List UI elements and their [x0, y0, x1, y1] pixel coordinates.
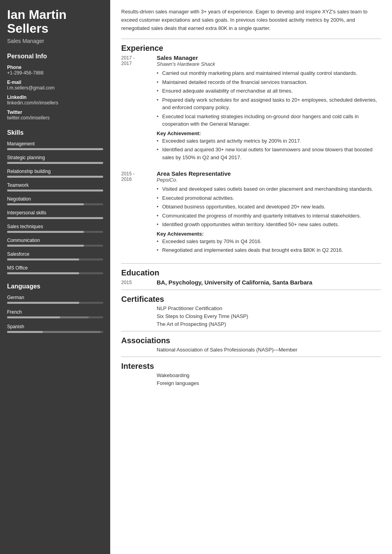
certificates-list: NLP Practitioner CertificationSix Steps …	[121, 305, 381, 327]
skill-name: Negotiation	[7, 196, 103, 202]
experience-section: Experience 2017 -2017 Sales Manager Shaw…	[121, 44, 381, 255]
achievement-item: Identified and acquired 30+ new local ou…	[157, 146, 381, 161]
certificates-heading: Certificates	[121, 295, 381, 304]
edu-degree: BA, Psychology, University of California…	[157, 279, 381, 286]
skill-item: Management	[7, 141, 103, 150]
skill-item: Interpersonal skills	[7, 210, 103, 219]
experience-entry: 2015 -2016 Area Sales Representative Pep…	[121, 170, 381, 255]
certificates-section: Certificates NLP Practitioner Certificat…	[121, 295, 381, 327]
bullet-item: Prepared daily work schedules for and as…	[157, 96, 381, 112]
skill-bar-fill	[7, 272, 79, 274]
candidate-title: Sales Manager	[7, 38, 103, 44]
lang-item: Spanish	[7, 324, 103, 333]
bullet-item: Maintained detailed records of the finan…	[157, 78, 381, 86]
experience-list: 2017 -2017 Sales Manager Shawn's Hardwar…	[121, 54, 381, 255]
bullet-item: Identified growth opportunities within t…	[157, 221, 381, 229]
skill-bar-bg	[7, 231, 103, 233]
lang-name: Spanish	[7, 324, 103, 329]
personal-info-value: i.m.sellers@gmail.com	[7, 85, 103, 91]
skill-bar-fill	[7, 162, 103, 164]
exp-date: 2015 -2016	[121, 170, 157, 255]
bullet-item: Communicated the progress of monthly and…	[157, 212, 381, 220]
skill-name: Sales techniques	[7, 224, 103, 229]
skill-bar-fill	[7, 217, 103, 219]
exp-job-title: Sales Manager	[157, 54, 381, 61]
personal-info-value: +1-299-456-7888	[7, 70, 103, 76]
skill-bar-fill	[7, 258, 79, 260]
personal-info-label: Phone	[7, 65, 103, 70]
personal-info-label: LinkedIn	[7, 95, 103, 100]
associations-list: National Association of Sales Profession…	[121, 347, 381, 353]
main-content: Results-driven sales manager with 3+ yea…	[110, 0, 392, 554]
personal-info-value: twitter.com/imsellers	[7, 115, 103, 121]
cert-item: Six Steps to Closing Every Time (NASP)	[157, 313, 381, 319]
experience-entry: 2017 -2017 Sales Manager Shawn's Hardwar…	[121, 54, 381, 162]
skill-name: Management	[7, 141, 103, 147]
divider-associations	[121, 331, 381, 331]
skill-item: MS Office	[7, 265, 103, 274]
lang-name: French	[7, 309, 103, 315]
skill-item: Teamwork	[7, 182, 103, 191]
divider-interests	[121, 357, 381, 357]
skill-name: Strategic planning	[7, 155, 103, 160]
skill-item: Strategic planning	[7, 155, 103, 164]
lang-item: French	[7, 309, 103, 318]
summary-text: Results-driven sales manager with 3+ yea…	[121, 8, 381, 32]
personal-info-heading: Personal Info	[7, 53, 103, 60]
associations-heading: Associations	[121, 336, 381, 345]
skill-name: Interpersonal skills	[7, 210, 103, 216]
candidate-name: Ian Martin Sellers	[7, 8, 103, 35]
education-heading: Education	[121, 268, 381, 277]
personal-info-item: E-mail i.m.sellers@gmail.com	[7, 80, 103, 91]
skill-bar-fill	[7, 176, 103, 178]
skill-name: Relationship building	[7, 169, 103, 174]
skill-bar-bg	[7, 245, 103, 247]
exp-bullets: Carried out monthly marketing plans and …	[157, 69, 381, 128]
skill-bar-fill	[7, 231, 84, 233]
sidebar: Ian Martin Sellers Sales Manager Persona…	[0, 0, 110, 554]
exp-job-title: Area Sales Representative	[157, 170, 381, 177]
skills-list: Management Strategic planning Relationsh…	[7, 141, 103, 274]
skill-bar-fill	[7, 148, 103, 150]
bullet-item: Executed promotional activities.	[157, 194, 381, 202]
exp-date: 2017 -2017	[121, 54, 157, 162]
bullet-item: Carried out monthly marketing plans and …	[157, 69, 381, 77]
bullet-item: Visited and developed sales outlets base…	[157, 185, 381, 193]
skill-bar-bg	[7, 176, 103, 178]
personal-info-list: Phone +1-299-456-7888E-mail i.m.sellers@…	[7, 65, 103, 121]
bullet-item: Obtained business opportunities, located…	[157, 203, 381, 211]
skill-bar-fill	[7, 203, 84, 205]
skill-item: Sales techniques	[7, 224, 103, 233]
skill-item: Negotiation	[7, 196, 103, 205]
experience-heading: Experience	[121, 44, 381, 53]
skill-item: Salesforce	[7, 251, 103, 260]
exp-company: PepsiCo.	[157, 177, 381, 183]
skill-bar-bg	[7, 190, 103, 191]
personal-info-label: Twitter	[7, 110, 103, 115]
skill-name: Salesforce	[7, 251, 103, 257]
skill-bar-bg	[7, 258, 103, 260]
lang-item: German	[7, 295, 103, 304]
education-entry: 2015 BA, Psychology, University of Calif…	[121, 279, 381, 286]
exp-body: Sales Manager Shawn's Hardware Shack Car…	[157, 54, 381, 162]
skill-name: MS Office	[7, 265, 103, 271]
achievement-item: Exceeded sales targets by 70% in Q4 2016…	[157, 238, 381, 245]
languages-list: GermanFrenchSpanish	[7, 295, 103, 333]
edu-date: 2015	[121, 279, 157, 286]
skill-bar-bg	[7, 203, 103, 205]
skill-bar-fill	[7, 190, 103, 191]
assoc-item: National Association of Sales Profession…	[157, 347, 381, 353]
interests-section: Interests WakeboardingForeign languages	[121, 362, 381, 386]
skill-item: Relationship building	[7, 169, 103, 178]
lang-name: German	[7, 295, 103, 300]
key-achievement-label: Key Achievements:	[157, 231, 381, 237]
skill-bar-bg	[7, 148, 103, 150]
interests-heading: Interests	[121, 362, 381, 371]
interest-item: Foreign languages	[157, 380, 381, 386]
achievement-item: Exceeded sales targets and activity metr…	[157, 137, 381, 145]
personal-info-item: Phone +1-299-456-7888	[7, 65, 103, 76]
exp-company: Shawn's Hardware Shack	[157, 61, 381, 67]
divider-education	[121, 263, 381, 264]
languages-heading: Languages	[7, 283, 103, 290]
skill-item: Communication	[7, 238, 103, 247]
